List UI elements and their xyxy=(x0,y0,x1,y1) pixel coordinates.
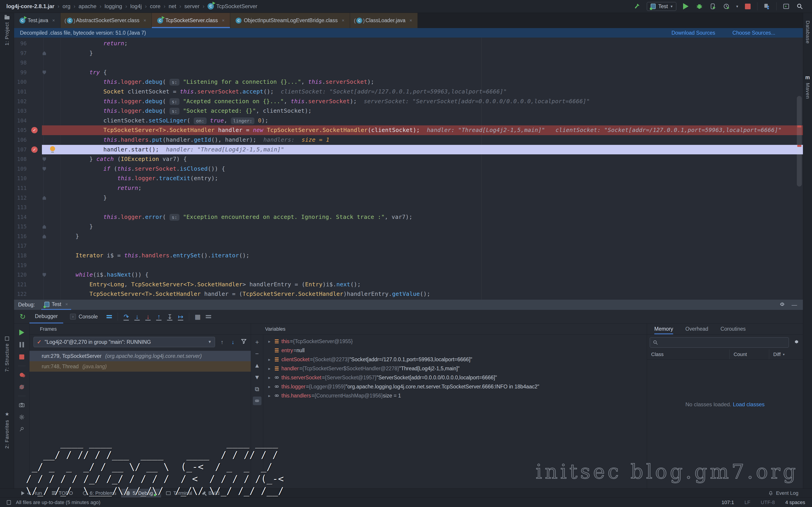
layout-settings-icon[interactable] xyxy=(204,312,213,322)
stack-frame-row[interactable]: run:748, Thread (java.lang) xyxy=(30,361,251,372)
project-structure-icon[interactable] xyxy=(763,2,771,10)
column-header-count[interactable]: Count xyxy=(729,349,769,359)
fold-marker-icon[interactable] xyxy=(43,273,46,277)
code-line[interactable]: 115 } xyxy=(14,222,803,232)
code-line[interactable]: 100 this.logger.debug( s: "Listening for… xyxy=(14,77,803,87)
code-line[interactable]: 114 this.logger.error( s: "Exception enc… xyxy=(14,212,803,222)
code-line[interactable]: 111 return; xyxy=(14,183,803,193)
code-line[interactable]: 104 clientSocket.setSoLinger( on: true, … xyxy=(14,116,803,126)
column-header-class[interactable]: Class xyxy=(647,349,729,359)
close-icon[interactable]: × xyxy=(65,302,68,307)
code-line[interactable]: 116 } xyxy=(14,232,803,241)
rerun-icon[interactable]: ↻ xyxy=(17,313,28,321)
choose-sources-link[interactable]: Choose Sources... xyxy=(732,30,775,36)
view-breakpoints-icon[interactable] xyxy=(18,372,25,378)
code-line[interactable]: 109 if (this.serverSocket.isClosed()) { xyxy=(14,164,803,174)
expand-chevron-icon[interactable]: ▸ xyxy=(266,339,273,344)
restore-layout-icon[interactable] xyxy=(104,312,114,322)
variable-row[interactable]: ▸handler = {TcpSocketServer$SocketHandle… xyxy=(263,364,647,373)
search-icon[interactable] xyxy=(796,2,804,10)
toolwindow-button-todo[interactable]: TODO xyxy=(47,489,78,498)
editor-tab[interactable]: (C)ClassLoader.java× xyxy=(350,13,418,28)
breadcrumb-item[interactable]: log4j-core-2.8.1.jar xyxy=(6,3,54,9)
expand-chevron-icon[interactable]: ▸ xyxy=(266,384,273,389)
move-down-icon[interactable]: ▼ xyxy=(253,373,261,382)
close-icon[interactable]: × xyxy=(222,18,224,23)
download-sources-link[interactable]: Download Sources xyxy=(671,30,715,36)
next-frame-icon[interactable]: ↓ xyxy=(229,339,237,345)
stop-icon[interactable] xyxy=(18,353,25,360)
code-line[interactable]: 117 xyxy=(14,241,803,251)
breadcrumb-item[interactable]: CTcpSocketServer xyxy=(208,3,257,9)
breadcrumb-item[interactable]: core xyxy=(150,3,161,9)
variable-row[interactable]: ▸this.logger = {Logger@1959} "org.apache… xyxy=(263,382,647,391)
breadcrumb-item[interactable]: apache xyxy=(79,3,97,9)
breadcrumb-item[interactable]: log4j xyxy=(130,3,142,9)
tab-debugger[interactable]: Debugger xyxy=(30,310,63,324)
fold-marker-icon[interactable] xyxy=(43,234,46,238)
intention-bulb-icon[interactable] xyxy=(50,146,55,151)
thread-selector-dropdown[interactable]: ✓ "Log4j2-0"@2,270 in group "main": RUNN… xyxy=(34,337,215,347)
pin-icon[interactable] xyxy=(18,426,25,433)
close-icon[interactable]: × xyxy=(52,18,55,23)
mute-breakpoints-icon[interactable] xyxy=(18,384,25,390)
close-icon[interactable]: × xyxy=(410,18,412,23)
sidebar-item-favorites[interactable]: ★ 2: Favorites xyxy=(0,411,14,449)
breadcrumb-item[interactable]: logging xyxy=(105,3,122,9)
coverage-button[interactable] xyxy=(709,2,717,10)
step-over-icon[interactable]: ↷ xyxy=(121,312,131,322)
code-line[interactable]: 118 Iterator i$ = this.handlers.entrySet… xyxy=(14,251,803,261)
toolwindow-button-run[interactable]: 4: Run xyxy=(16,489,47,498)
fold-marker-icon[interactable] xyxy=(43,71,46,74)
code-line[interactable]: 113 xyxy=(14,203,803,212)
editor-tab[interactable]: (C)AbstractSocketServer.class× xyxy=(60,13,152,28)
evaluate-expression-icon[interactable]: ▦ xyxy=(193,312,202,322)
event-log-button[interactable]: Event Log xyxy=(768,490,798,496)
expand-chevron-icon[interactable]: ▸ xyxy=(266,393,273,398)
resume-icon[interactable] xyxy=(18,329,25,336)
code-line[interactable]: 107✓ handler.start(); handler: "Thread[L… xyxy=(14,145,803,155)
sidebar-item-maven[interactable]: m Maven xyxy=(805,74,811,99)
breakpoint-icon[interactable]: ✓ xyxy=(31,127,38,133)
run-anything-icon[interactable] xyxy=(782,2,790,10)
expand-chevron-icon[interactable]: ▸ xyxy=(266,357,273,362)
editor-tab[interactable]: CObjectInputStreamLogEventBridge.class× xyxy=(230,13,350,28)
editor-tab[interactable]: CTest.java× xyxy=(14,13,60,28)
fold-marker-icon[interactable] xyxy=(43,157,46,161)
expand-chevron-icon[interactable]: ▸ xyxy=(266,375,273,380)
move-up-icon[interactable]: ▲ xyxy=(253,361,261,370)
code-line[interactable]: 103 this.logger.debug( s: "Socket accept… xyxy=(14,106,803,116)
debug-button[interactable] xyxy=(695,2,704,10)
hide-toolwindow-icon[interactable]: — xyxy=(792,302,797,308)
drop-frame-icon[interactable]: ↧ xyxy=(165,312,174,322)
toolwindow-switcher-icon[interactable] xyxy=(7,500,11,505)
status-item[interactable]: 107:1 xyxy=(722,500,734,505)
code-line[interactable]: 105✓ TcpSocketServer<T>.SocketHandler ha… xyxy=(14,125,803,135)
code-line[interactable]: 120 while(i$.hasNext()) { xyxy=(14,270,803,280)
remove-watch-icon[interactable]: − xyxy=(253,349,261,358)
code-line[interactable]: 119 xyxy=(14,261,803,270)
step-into-icon[interactable]: ↓ xyxy=(132,312,142,322)
fold-marker-icon[interactable] xyxy=(43,167,46,171)
code-line[interactable]: 108 } catch (IOException var7) { xyxy=(14,154,803,164)
duplicate-icon[interactable]: ⧉ xyxy=(253,385,261,393)
code-line[interactable]: 112 } xyxy=(14,193,803,203)
debug-settings-gear-icon[interactable] xyxy=(18,414,25,420)
breadcrumb-item[interactable]: server xyxy=(185,3,200,9)
expand-chevron-icon[interactable]: ▸ xyxy=(266,366,273,371)
filter-funnel-icon[interactable] xyxy=(240,338,248,346)
memory-settings-gear-icon[interactable] xyxy=(793,339,799,346)
status-item[interactable]: LF xyxy=(745,500,750,505)
add-watch-icon[interactable]: ＋ xyxy=(253,338,261,346)
run-to-cursor-icon[interactable]: ↦ xyxy=(176,312,185,322)
stop-button[interactable] xyxy=(744,2,752,10)
chevron-down-icon[interactable]: ▾ xyxy=(736,4,738,9)
profiler-button[interactable] xyxy=(722,2,731,10)
code-line[interactable]: 98 xyxy=(14,58,803,68)
close-icon[interactable]: × xyxy=(342,18,344,23)
load-classes-link[interactable]: Load classes xyxy=(733,401,765,407)
variable-row[interactable]: ▸this.handlers = {ConcurrentHashMap@1956… xyxy=(263,391,647,400)
variable-row[interactable]: ▸clientSocket = {Socket@2273} "Socket[ad… xyxy=(263,355,647,364)
editor-tab[interactable]: CTcpSocketServer.class× xyxy=(152,13,230,28)
breadcrumb-item[interactable]: net xyxy=(168,3,176,9)
